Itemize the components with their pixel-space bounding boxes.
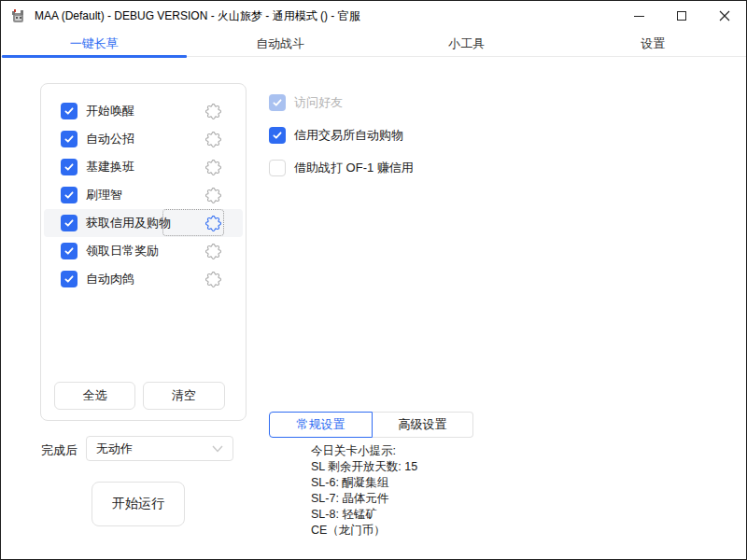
task-row[interactable]: 基建换班	[41, 153, 246, 181]
tip-line: 今日关卡小提示:	[311, 443, 417, 459]
gear-icon[interactable]	[205, 216, 221, 231]
check-icon	[272, 130, 283, 141]
after-completion-dropdown[interactable]: 无动作	[86, 436, 233, 461]
tip-line: SL-7: 晶体元件	[311, 491, 417, 507]
option-row: 访问好友	[269, 94, 414, 111]
task-label: 获取信用及购物	[86, 215, 171, 231]
task-label: 自动肉鸽	[86, 271, 134, 287]
task-label: 刷理智	[86, 187, 122, 203]
tip-line: CE（龙门币）	[311, 523, 417, 539]
check-icon	[63, 217, 75, 229]
title-bar: MAA (Default) - DEBUG VERSION - 火山旅梦 - 通…	[1, 1, 746, 31]
task-label: 自动公招	[86, 131, 134, 147]
checkbox[interactable]	[61, 187, 78, 203]
checkbox[interactable]	[61, 131, 78, 147]
chevron-down-icon	[212, 445, 223, 453]
checkbox[interactable]	[61, 271, 78, 287]
task-row[interactable]: 开始唤醒	[41, 97, 246, 125]
tab-bar: 一键长草自动战斗小工具设置	[1, 31, 746, 57]
checkbox[interactable]	[269, 127, 286, 144]
app-window: MAA (Default) - DEBUG VERSION - 火山旅梦 - 通…	[0, 0, 747, 560]
tip-line: SL-6: 酮凝集组	[311, 475, 417, 491]
checkbox[interactable]	[61, 215, 78, 231]
tab-4[interactable]: 设置	[560, 31, 747, 56]
window-controls	[617, 1, 746, 31]
tip-line: SL-8: 轻锰矿	[311, 507, 417, 523]
check-icon	[63, 133, 75, 145]
settings-tab-bar: 常规设置高级设置	[269, 412, 473, 438]
after-completion-value: 无动作	[96, 441, 133, 457]
minimize-icon	[634, 16, 644, 17]
task-row[interactable]: 刷理智	[41, 181, 246, 209]
option-row[interactable]: 信用交易所自动购物	[269, 127, 414, 144]
stage-tips: 今日关卡小提示:SL 剩余开放天数: 15SL-6: 酮凝集组SL-7: 晶体元…	[311, 443, 417, 539]
gear-icon[interactable]	[205, 244, 221, 259]
checkbox[interactable]	[61, 159, 78, 175]
app-icon	[10, 8, 26, 24]
checkbox[interactable]	[61, 103, 78, 119]
option-label: 访问好友	[294, 94, 343, 111]
checkbox[interactable]	[61, 243, 78, 259]
maximize-button[interactable]	[660, 1, 703, 31]
minimize-button[interactable]	[617, 1, 660, 31]
settings-tab-1[interactable]: 常规设置	[269, 412, 373, 438]
check-icon	[63, 189, 75, 201]
option-row[interactable]: 借助战打 OF-1 赚信用	[269, 160, 414, 176]
tip-line: SL 剩余开放天数: 15	[311, 459, 417, 475]
task-row[interactable]: 自动肉鸽	[41, 265, 246, 293]
task-row[interactable]: 获取信用及购物	[44, 209, 243, 237]
window-title: MAA (Default) - DEBUG VERSION - 火山旅梦 - 通…	[35, 8, 360, 24]
option-label: 信用交易所自动购物	[294, 127, 403, 144]
checkbox	[269, 94, 286, 111]
check-icon	[63, 105, 75, 117]
task-panel: 开始唤醒自动公招基建换班刷理智获取信用及购物领取日常奖励自动肉鸽 全选 清空	[40, 83, 247, 421]
check-icon	[63, 273, 75, 285]
task-row[interactable]: 领取日常奖励	[41, 237, 246, 265]
task-label: 开始唤醒	[86, 103, 134, 119]
check-icon	[63, 245, 75, 257]
task-label: 基建换班	[86, 159, 134, 175]
gear-icon[interactable]	[205, 272, 221, 287]
gear-icon[interactable]	[205, 104, 221, 119]
task-row[interactable]: 自动公招	[41, 125, 246, 153]
maximize-icon	[677, 11, 686, 21]
checkbox[interactable]	[269, 160, 286, 176]
option-label: 借助战打 OF-1 赚信用	[294, 160, 414, 176]
gear-icon[interactable]	[205, 132, 221, 147]
check-icon	[63, 161, 75, 173]
select-all-button[interactable]: 全选	[54, 382, 135, 410]
start-run-button[interactable]: 开始运行	[92, 482, 185, 526]
tab-3[interactable]: 小工具	[374, 31, 560, 56]
gear-icon[interactable]	[205, 160, 221, 175]
clear-button[interactable]: 清空	[143, 382, 225, 410]
after-completion-label: 完成后	[41, 442, 78, 459]
check-icon	[272, 97, 283, 108]
tab-2[interactable]: 自动战斗	[188, 31, 374, 56]
close-icon	[719, 10, 730, 21]
gear-icon[interactable]	[205, 188, 221, 203]
close-button[interactable]	[703, 1, 746, 31]
task-list: 开始唤醒自动公招基建换班刷理智获取信用及购物领取日常奖励自动肉鸽	[41, 97, 246, 293]
tab-1[interactable]: 一键长草	[1, 31, 188, 56]
settings-tab-2[interactable]: 高级设置	[373, 412, 473, 438]
options-list: 访问好友信用交易所自动购物借助战打 OF-1 赚信用	[269, 94, 414, 192]
task-label: 领取日常奖励	[86, 243, 159, 259]
